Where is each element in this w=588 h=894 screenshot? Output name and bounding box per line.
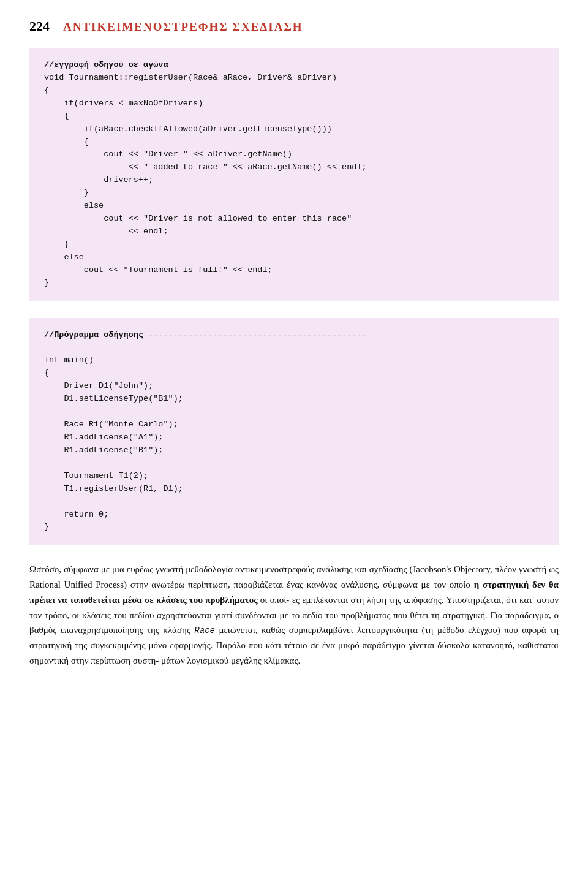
body-text: Ωστόσο, σύμφωνα με μια ευρέως γνωστή μεθ… <box>29 562 559 669</box>
code-comment-1: //εγγραφή οδηγού σε αγώνα <box>44 60 168 69</box>
inline-code-race: Race <box>194 626 215 635</box>
page-title: ΑΝΤΙΚΕΙΜΕΝΟΣΤΡΕΦΗΣ ΣΧΕΔΙΑΣΗ <box>63 20 303 34</box>
code-block-1: //εγγραφή οδηγού σε αγώνα void Tournamen… <box>29 48 559 301</box>
bold-text: η στρατηγική δεν θα πρέπει να τοποθετείτ… <box>29 580 559 605</box>
page: 224 ΑΝΤΙΚΕΙΜΕΝΟΣΤΡΕΦΗΣ ΣΧΕΔΙΑΣΗ //εγγραφ… <box>0 0 588 693</box>
code-comment-2: //Πρόγραμμα οδήγησης <box>44 330 143 339</box>
page-number: 224 <box>29 18 50 34</box>
code-block-2: //Πρόγραμμα οδήγησης -------------------… <box>29 318 559 545</box>
body-text-span: Ωστόσο, σύμφωνα με μια ευρέως γνωστή μεθ… <box>29 564 559 665</box>
page-header: 224 ΑΝΤΙΚΕΙΜΕΝΟΣΤΡΕΦΗΣ ΣΧΕΔΙΑΣΗ <box>29 18 559 34</box>
